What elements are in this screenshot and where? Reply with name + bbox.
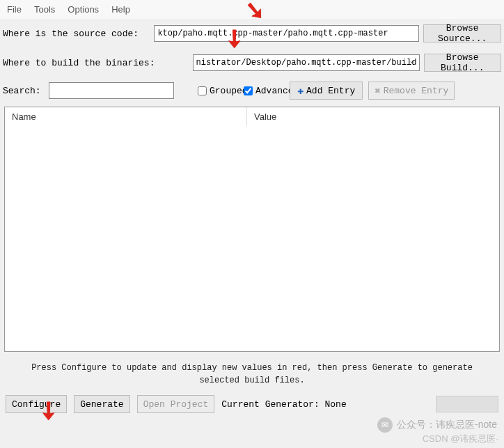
table-header: Name Value	[5, 107, 499, 127]
watermark-text-1: 公众号：讳疾忌医-note	[397, 419, 497, 431]
source-row: Where is the source code: Browse Source.…	[0, 19, 504, 48]
menubar: File Tools Options Help	[0, 0, 504, 19]
search-label: Search:	[3, 86, 43, 96]
plus-icon: ✚	[297, 84, 304, 98]
progress-bar	[436, 396, 498, 412]
bottom-toolbar: Configure Generate Open Project Current …	[0, 391, 504, 417]
column-header-value[interactable]: Value	[247, 107, 499, 126]
add-entry-label: Add Entry	[306, 86, 355, 96]
menu-tools[interactable]: Tools	[34, 4, 55, 15]
generate-button[interactable]: Generate	[74, 395, 129, 413]
build-label: Where to build the binaries:	[3, 58, 189, 68]
source-input[interactable]	[154, 25, 419, 42]
browse-source-button[interactable]: Browse Source...	[423, 24, 501, 43]
wechat-icon: ✉	[377, 417, 393, 433]
x-icon: ✖	[375, 85, 380, 97]
configure-button[interactable]: Configure	[6, 395, 67, 413]
menu-help[interactable]: Help	[111, 4, 130, 15]
hint-text: Press Configure to update and display ne…	[0, 355, 504, 391]
search-row: Search: Grouped Advanced ✚ Add Entry ✖ R…	[0, 77, 504, 104]
table-body[interactable]	[5, 127, 499, 351]
watermark-csdn: CSDN @讳疾忌医·	[423, 433, 498, 445]
build-input[interactable]	[193, 54, 420, 71]
remove-entry-button: ✖ Remove Entry	[368, 82, 455, 100]
grouped-checkbox-wrap[interactable]: Grouped	[198, 86, 238, 96]
open-project-button: Open Project	[137, 395, 215, 413]
menu-options[interactable]: Options	[68, 4, 99, 15]
browse-build-button[interactable]: Browse Build...	[424, 54, 501, 72]
source-label: Where is the source code:	[3, 29, 150, 39]
watermark: ✉ 公众号：讳疾忌医-note	[377, 417, 497, 433]
menu-file[interactable]: File	[7, 4, 22, 15]
current-generator-label: Current Generator: None	[221, 399, 346, 410]
search-input[interactable]	[49, 82, 174, 99]
remove-entry-label: Remove Entry	[384, 86, 449, 96]
grouped-label: Grouped	[210, 86, 248, 96]
grouped-checkbox[interactable]	[198, 86, 207, 96]
add-entry-button[interactable]: ✚ Add Entry	[290, 82, 363, 100]
advanced-checkbox-wrap[interactable]: Advanced	[244, 86, 284, 96]
properties-table: Name Value	[4, 107, 500, 352]
build-row: Where to build the binaries: Browse Buil…	[0, 48, 504, 77]
column-header-name[interactable]: Name	[5, 107, 247, 126]
advanced-checkbox[interactable]	[244, 86, 253, 96]
